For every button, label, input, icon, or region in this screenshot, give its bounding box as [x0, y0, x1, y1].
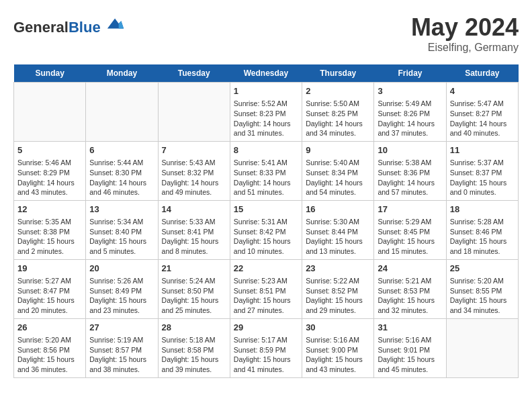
day-number: 16 [306, 203, 370, 216]
calendar-cell [86, 83, 158, 142]
day-info: Sunrise: 5:30 AM Sunset: 8:44 PM Dayligh… [306, 217, 370, 257]
calendar-cell: 10Sunrise: 5:38 AM Sunset: 8:36 PM Dayli… [374, 141, 446, 200]
day-info: Sunrise: 5:18 AM Sunset: 8:58 PM Dayligh… [162, 335, 226, 375]
day-info: Sunrise: 5:16 AM Sunset: 9:01 PM Dayligh… [378, 335, 442, 375]
day-number: 23 [306, 263, 370, 275]
calendar-cell: 24Sunrise: 5:21 AM Sunset: 8:53 PM Dayli… [374, 259, 446, 318]
weekday-header-monday: Monday [86, 64, 158, 83]
day-number: 1 [234, 85, 298, 97]
day-info: Sunrise: 5:37 AM Sunset: 8:37 PM Dayligh… [450, 158, 515, 197]
day-info: Sunrise: 5:28 AM Sunset: 8:46 PM Dayligh… [450, 217, 515, 257]
day-info: Sunrise: 5:47 AM Sunset: 8:27 PM Dayligh… [450, 99, 515, 138]
day-info: Sunrise: 5:24 AM Sunset: 8:50 PM Dayligh… [162, 276, 226, 316]
logo-icon [106, 13, 125, 32]
calendar-cell: 14Sunrise: 5:33 AM Sunset: 8:41 PM Dayli… [158, 200, 230, 259]
weekday-header-row: SundayMondayTuesdayWednesdayThursdayFrid… [14, 64, 519, 83]
logo-blue-text: Blue [69, 19, 101, 36]
calendar-cell: 12Sunrise: 5:35 AM Sunset: 8:38 PM Dayli… [14, 200, 86, 259]
day-info: Sunrise: 5:19 AM Sunset: 8:57 PM Dayligh… [89, 335, 154, 375]
calendar-cell: 1Sunrise: 5:52 AM Sunset: 8:23 PM Daylig… [230, 83, 302, 142]
day-number: 9 [306, 144, 370, 156]
calendar-cell: 18Sunrise: 5:28 AM Sunset: 8:46 PM Dayli… [446, 200, 518, 259]
calendar-cell: 5Sunrise: 5:46 AM Sunset: 8:29 PM Daylig… [14, 141, 86, 200]
day-number: 13 [89, 203, 154, 216]
calendar-cell [446, 318, 518, 377]
weekday-header-wednesday: Wednesday [230, 64, 302, 83]
day-number: 5 [17, 144, 82, 156]
day-info: Sunrise: 5:43 AM Sunset: 8:32 PM Dayligh… [162, 158, 226, 197]
day-info: Sunrise: 5:46 AM Sunset: 8:29 PM Dayligh… [17, 158, 82, 197]
calendar-cell: 21Sunrise: 5:24 AM Sunset: 8:50 PM Dayli… [158, 259, 230, 318]
calendar-cell: 23Sunrise: 5:22 AM Sunset: 8:52 PM Dayli… [302, 259, 374, 318]
day-number: 20 [89, 263, 154, 275]
day-number: 22 [234, 263, 298, 275]
day-info: Sunrise: 5:35 AM Sunset: 8:38 PM Dayligh… [17, 217, 82, 257]
day-info: Sunrise: 5:21 AM Sunset: 8:53 PM Dayligh… [378, 276, 442, 316]
calendar-week-5: 26Sunrise: 5:20 AM Sunset: 8:56 PM Dayli… [14, 318, 519, 377]
day-number: 4 [450, 85, 515, 97]
day-info: Sunrise: 5:26 AM Sunset: 8:49 PM Dayligh… [89, 276, 154, 316]
day-number: 29 [234, 322, 298, 334]
day-number: 30 [306, 322, 370, 334]
weekday-header-tuesday: Tuesday [158, 64, 230, 83]
day-info: Sunrise: 5:40 AM Sunset: 8:34 PM Dayligh… [306, 158, 370, 197]
calendar-cell [158, 83, 230, 142]
calendar-cell: 26Sunrise: 5:20 AM Sunset: 8:56 PM Dayli… [14, 318, 86, 377]
weekday-header-thursday: Thursday [302, 64, 374, 83]
calendar-cell: 6Sunrise: 5:44 AM Sunset: 8:30 PM Daylig… [86, 141, 158, 200]
calendar-cell: 4Sunrise: 5:47 AM Sunset: 8:27 PM Daylig… [446, 83, 518, 142]
day-info: Sunrise: 5:34 AM Sunset: 8:40 PM Dayligh… [89, 217, 154, 257]
day-number: 31 [378, 322, 442, 334]
day-info: Sunrise: 5:38 AM Sunset: 8:36 PM Dayligh… [378, 158, 442, 197]
day-info: Sunrise: 5:20 AM Sunset: 8:55 PM Dayligh… [450, 276, 515, 316]
calendar-cell [14, 83, 86, 142]
day-info: Sunrise: 5:50 AM Sunset: 8:25 PM Dayligh… [306, 99, 370, 138]
calendar-cell: 17Sunrise: 5:29 AM Sunset: 8:45 PM Dayli… [374, 200, 446, 259]
day-number: 27 [89, 322, 154, 334]
day-number: 15 [234, 203, 298, 216]
calendar-week-4: 19Sunrise: 5:27 AM Sunset: 8:47 PM Dayli… [14, 259, 519, 318]
calendar-cell: 29Sunrise: 5:17 AM Sunset: 8:59 PM Dayli… [230, 318, 302, 377]
day-number: 11 [450, 144, 515, 156]
calendar-cell: 2Sunrise: 5:50 AM Sunset: 8:25 PM Daylig… [302, 83, 374, 142]
day-info: Sunrise: 5:23 AM Sunset: 8:51 PM Dayligh… [234, 276, 298, 316]
day-info: Sunrise: 5:52 AM Sunset: 8:23 PM Dayligh… [234, 99, 298, 138]
calendar-cell: 8Sunrise: 5:41 AM Sunset: 8:33 PM Daylig… [230, 141, 302, 200]
day-number: 21 [162, 263, 226, 275]
calendar-cell: 31Sunrise: 5:16 AM Sunset: 9:01 PM Dayli… [374, 318, 446, 377]
calendar-cell: 22Sunrise: 5:23 AM Sunset: 8:51 PM Dayli… [230, 259, 302, 318]
calendar-week-3: 12Sunrise: 5:35 AM Sunset: 8:38 PM Dayli… [14, 200, 519, 259]
calendar-cell: 11Sunrise: 5:37 AM Sunset: 8:37 PM Dayli… [446, 141, 518, 200]
day-number: 14 [162, 203, 226, 216]
logo: GeneralBlue [13, 13, 125, 36]
day-number: 10 [378, 144, 442, 156]
day-number: 2 [306, 85, 370, 97]
day-info: Sunrise: 5:49 AM Sunset: 8:26 PM Dayligh… [378, 99, 442, 138]
day-info: Sunrise: 5:44 AM Sunset: 8:30 PM Dayligh… [89, 158, 154, 197]
day-number: 6 [89, 144, 154, 156]
day-info: Sunrise: 5:33 AM Sunset: 8:41 PM Dayligh… [162, 217, 226, 257]
day-number: 28 [162, 322, 226, 334]
calendar-cell: 27Sunrise: 5:19 AM Sunset: 8:57 PM Dayli… [86, 318, 158, 377]
calendar-table: SundayMondayTuesdayWednesdayThursdayFrid… [13, 64, 519, 378]
day-info: Sunrise: 5:27 AM Sunset: 8:47 PM Dayligh… [17, 276, 82, 316]
weekday-header-sunday: Sunday [14, 64, 86, 83]
calendar-cell: 16Sunrise: 5:30 AM Sunset: 8:44 PM Dayli… [302, 200, 374, 259]
calendar-cell: 20Sunrise: 5:26 AM Sunset: 8:49 PM Dayli… [86, 259, 158, 318]
calendar-cell: 30Sunrise: 5:16 AM Sunset: 9:00 PM Dayli… [302, 318, 374, 377]
location: Eiselfing, Germany [411, 42, 519, 54]
calendar-week-1: 1Sunrise: 5:52 AM Sunset: 8:23 PM Daylig… [14, 83, 519, 142]
day-number: 8 [234, 144, 298, 156]
day-number: 7 [162, 144, 226, 156]
day-info: Sunrise: 5:41 AM Sunset: 8:33 PM Dayligh… [234, 158, 298, 197]
day-info: Sunrise: 5:16 AM Sunset: 9:00 PM Dayligh… [306, 335, 370, 375]
day-info: Sunrise: 5:20 AM Sunset: 8:56 PM Dayligh… [17, 335, 82, 375]
calendar-week-2: 5Sunrise: 5:46 AM Sunset: 8:29 PM Daylig… [14, 141, 519, 200]
day-number: 19 [17, 263, 82, 275]
calendar-cell: 9Sunrise: 5:40 AM Sunset: 8:34 PM Daylig… [302, 141, 374, 200]
weekday-header-saturday: Saturday [446, 64, 518, 83]
day-info: Sunrise: 5:31 AM Sunset: 8:42 PM Dayligh… [234, 217, 298, 257]
title-block: May 2024 Eiselfing, Germany [411, 13, 519, 54]
day-number: 3 [378, 85, 442, 97]
calendar-cell: 25Sunrise: 5:20 AM Sunset: 8:55 PM Dayli… [446, 259, 518, 318]
